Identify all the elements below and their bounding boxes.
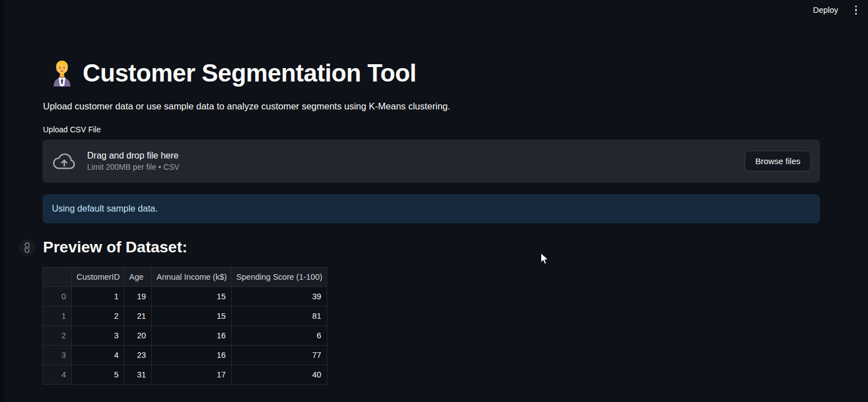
table-row: 34231677 [43, 346, 327, 365]
app-window: Deploy Customer Segmentation Tool Upload… [0, 0, 868, 402]
row-index-cell[interactable]: 4 [43, 365, 72, 385]
table-cell[interactable]: 40 [232, 365, 327, 385]
deploy-button[interactable]: Deploy [809, 3, 841, 17]
table-cell[interactable]: 6 [232, 326, 327, 346]
office-worker-emoji [50, 60, 74, 87]
table-cell[interactable]: 1 [72, 287, 125, 307]
table-cell[interactable]: 39 [232, 287, 327, 307]
kebab-menu-icon[interactable] [852, 3, 860, 17]
info-banner-text: Using default sample data. [52, 204, 158, 214]
row-index-cell[interactable]: 3 [43, 346, 72, 365]
dropzone-instructions: Drag and drop file here Limit 200MB per … [87, 151, 179, 171]
dataset-preview-table: CustomerIDAgeAnnual Income (k$)Spending … [42, 267, 327, 385]
table-cell[interactable]: 16 [152, 346, 232, 365]
dropzone-hint: Limit 200MB per file • CSV [87, 162, 179, 171]
browse-files-button[interactable]: Browse files [745, 151, 811, 171]
row-index-cell[interactable]: 1 [43, 307, 72, 326]
table-row: 01191539 [43, 287, 327, 307]
info-banner: Using default sample data. [42, 194, 820, 223]
table-cell[interactable]: 3 [72, 326, 125, 346]
table-cell[interactable]: 15 [152, 287, 232, 307]
table-row: 2320166 [43, 326, 327, 346]
table-column-header[interactable]: CustomerID [72, 267, 125, 287]
window-edge [0, 0, 4, 402]
table-header: CustomerIDAgeAnnual Income (k$)Spending … [43, 267, 327, 287]
table-cell[interactable]: 21 [125, 307, 152, 326]
table-cell[interactable]: 17 [152, 365, 232, 385]
table-cell[interactable]: 2 [72, 307, 125, 326]
table-cell[interactable]: 16 [152, 326, 232, 346]
table-cell[interactable]: 5 [72, 365, 125, 385]
mouse-cursor [538, 252, 550, 268]
page-subtitle: Upload customer data or use sample data … [43, 101, 450, 112]
app-header-bar: Deploy [0, 0, 868, 20]
cloud-upload-icon [53, 152, 76, 170]
table-cell[interactable]: 31 [125, 365, 152, 385]
table-cell[interactable]: 20 [125, 326, 152, 346]
table-column-header[interactable]: Spending Score (1-100) [232, 267, 327, 287]
table-cell[interactable]: 81 [232, 307, 327, 326]
file-dropzone[interactable]: Drag and drop file here Limit 200MB per … [42, 140, 820, 183]
link-icon [22, 243, 32, 252]
table-corner-cell[interactable] [43, 267, 72, 287]
table-row: 12211581 [43, 307, 327, 326]
table-cell[interactable]: 23 [125, 346, 152, 365]
table-cell[interactable]: 15 [152, 307, 232, 326]
table-column-header[interactable]: Annual Income (k$) [152, 267, 232, 287]
page-title-row: Customer Segmentation Tool [50, 59, 416, 87]
heading-anchor-link[interactable] [19, 240, 35, 256]
table-cell[interactable]: 4 [72, 346, 125, 365]
page-title: Customer Segmentation Tool [83, 59, 416, 87]
table-cell[interactable]: 19 [125, 287, 152, 307]
table-row: 45311740 [43, 365, 327, 385]
dropzone-title: Drag and drop file here [87, 151, 179, 161]
file-uploader-label: Upload CSV File [43, 125, 101, 134]
dataset-preview-heading: Preview of Dataset: [43, 238, 187, 256]
table-cell[interactable]: 77 [232, 346, 327, 365]
row-index-cell[interactable]: 2 [43, 326, 72, 346]
row-index-cell[interactable]: 0 [43, 287, 72, 307]
table-column-header[interactable]: Age [125, 267, 152, 287]
